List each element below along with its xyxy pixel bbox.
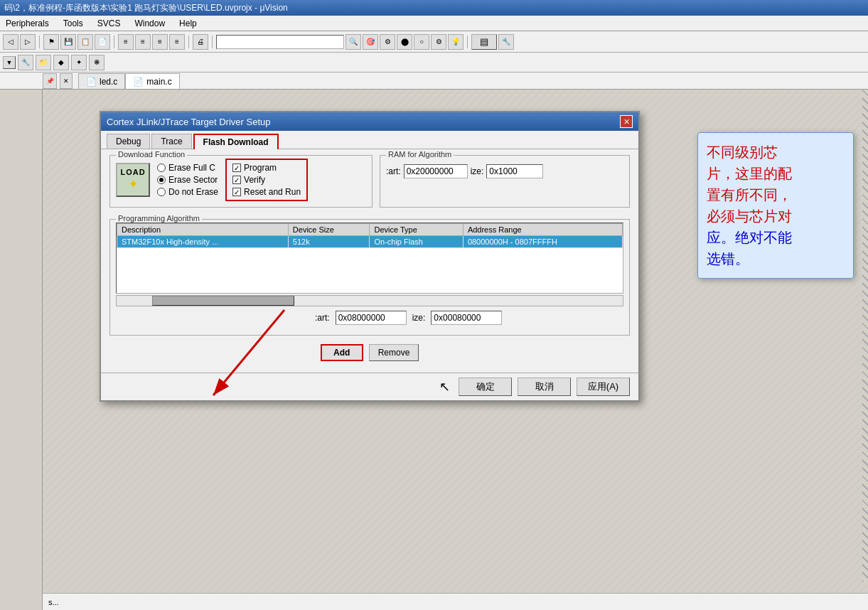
- menu-svcs[interactable]: SVCS: [95, 17, 124, 30]
- file-icon-led: 📄: [86, 77, 97, 87]
- tb-print-btn[interactable]: 🖨: [193, 34, 208, 50]
- tab-trace[interactable]: Trace: [151, 134, 191, 149]
- annotation-line1: 不同级别芯: [707, 141, 845, 163]
- tb-paste-btn[interactable]: 📄: [95, 34, 110, 50]
- tb-copy-btn[interactable]: 📋: [77, 34, 93, 50]
- prog-algorithm-label: Programming Algorithm: [116, 214, 202, 223]
- menu-peripherals[interactable]: Peripherals: [3, 17, 52, 30]
- tb-align3[interactable]: ≡: [152, 34, 168, 50]
- tb-flash-btn[interactable]: 💡: [448, 34, 464, 50]
- remove-button[interactable]: Remove: [369, 344, 419, 361]
- check-reset-run-label: Reset and Run: [244, 187, 301, 197]
- menu-window[interactable]: Window: [132, 17, 168, 30]
- bottom-size-input[interactable]: [431, 311, 502, 325]
- hscroll-thumb[interactable]: [152, 296, 294, 306]
- ram-start-row: :art: ize:: [386, 164, 623, 178]
- tb-settings-btn[interactable]: ⚙: [431, 34, 446, 50]
- search-input[interactable]: [216, 35, 344, 49]
- menu-help[interactable]: Help: [176, 17, 200, 30]
- dialog-title: Cortex JLink/JTrace Target Driver Setup: [107, 117, 270, 127]
- ram-start-input[interactable]: [404, 164, 468, 178]
- tb2-dropdown[interactable]: ▼: [3, 56, 16, 69]
- tb-debug-btn[interactable]: ⬤: [397, 34, 412, 50]
- annotation-line2: 片，这里的配: [707, 163, 845, 184]
- tb-circle1[interactable]: ○: [414, 34, 429, 50]
- tab-led-c[interactable]: 📄 led.c: [78, 73, 125, 89]
- prog-algorithm-table-scroll[interactable]: Description Device Size Device Type Addr…: [116, 223, 623, 294]
- bottom-fields: :art: ize:: [116, 311, 623, 325]
- tb-fwd-btn[interactable]: ▷: [20, 34, 36, 50]
- cancel-button[interactable]: 取消: [518, 378, 571, 396]
- radio-erase-sector[interactable]: Erase Sector: [157, 175, 218, 185]
- tab-flash-download[interactable]: Flash Download: [193, 134, 279, 149]
- check-verify[interactable]: Verify: [232, 175, 301, 185]
- check-reset-run-box: [232, 188, 241, 196]
- radio-erase-full[interactable]: Erase Full C: [157, 163, 218, 173]
- tb-view-btn[interactable]: ▤: [471, 34, 497, 50]
- pin-icon[interactable]: 📌: [43, 73, 57, 89]
- menu-bar: Peripherals Tools SVCS Window Help: [0, 16, 868, 31]
- download-function-group: Download Function LOAD ✦: [109, 155, 373, 208]
- table-row[interactable]: STM32F10x High-density ... 512k On-chip …: [117, 236, 623, 248]
- check-group-wrapper: Program Verify Reset and R: [225, 159, 308, 201]
- dialog: Cortex JLink/JTrace Target Driver Setup …: [100, 111, 640, 402]
- right-hatch: [862, 90, 868, 582]
- cursor-icon: ↖: [439, 379, 450, 395]
- hscroll[interactable]: [116, 295, 623, 306]
- ok-button[interactable]: 确定: [459, 378, 512, 396]
- dialog-title-bar: Cortex JLink/JTrace Target Driver Setup …: [101, 112, 638, 131]
- toolbar-1: ◁ ▷ ⚑ 💾 📋 📄 ≡ ≡ ≡ ≡ 🖨 🔍 🎯 ⚙ ⬤ ○ ⚙ 💡 ▤ 🔧: [0, 31, 868, 53]
- title-bar: 码\2，标准例程-库函数版本\实验1 跑马灯实验\USER\LED.uvproj…: [0, 0, 868, 16]
- row-address-range: 08000000H - 0807FFFFH: [463, 236, 622, 248]
- tab-debug[interactable]: Debug: [107, 134, 150, 149]
- bottom-start-input[interactable]: [336, 311, 407, 325]
- apply-button[interactable]: 应用(A): [577, 378, 630, 396]
- toolbar-2: ▼ 🔧 📁 ◆ ✦ ❋: [0, 53, 868, 73]
- tb-align1[interactable]: ≡: [118, 34, 134, 50]
- tb-align2[interactable]: ≡: [135, 34, 151, 50]
- tb2-btn3[interactable]: ◆: [53, 55, 69, 70]
- col-device-type: Device Type: [370, 224, 463, 236]
- tb-search-btn[interactable]: 🔍: [345, 34, 361, 50]
- dialog-tabs: Debug Trace Flash Download: [101, 131, 638, 149]
- tb2-btn2[interactable]: 📁: [36, 55, 51, 70]
- radio-group: Erase Full C Erase Sector Do not Erase: [157, 163, 218, 197]
- radio-do-not-erase[interactable]: Do not Erase: [157, 187, 218, 197]
- tb2-btn4[interactable]: ✦: [71, 55, 87, 70]
- tb-save-btn[interactable]: 💾: [60, 34, 76, 50]
- left-panel: [0, 90, 43, 610]
- tb-sep3: [188, 36, 189, 48]
- tb2-btn5[interactable]: ❋: [89, 55, 105, 70]
- radio-erase-full-circle: [157, 164, 166, 172]
- tb-flag-btn[interactable]: ⚑: [43, 34, 59, 50]
- tb-align4[interactable]: ≡: [169, 34, 185, 50]
- tb-target-btn[interactable]: 🎯: [363, 34, 378, 50]
- close-panel-btn[interactable]: ✕: [60, 73, 73, 89]
- dialog-bottom-buttons: ↖ 确定 取消 应用(A): [101, 373, 638, 400]
- load-icon: LOAD ✦: [116, 163, 150, 197]
- load-star: ✦: [128, 176, 139, 192]
- tb-build-btn[interactable]: ⚙: [380, 34, 395, 50]
- check-reset-run[interactable]: Reset and Run: [232, 187, 301, 197]
- tab-main-c[interactable]: 📄 main.c: [125, 73, 179, 89]
- tab-main-label: main.c: [146, 77, 171, 87]
- dialog-close-btn[interactable]: ✕: [620, 115, 633, 128]
- check-program-box: [232, 164, 241, 172]
- bottom-start-label: :art:: [315, 313, 330, 323]
- tb-wrench-btn[interactable]: 🔧: [498, 34, 514, 50]
- editor-area[interactable]: Cortex JLink/JTrace Target Driver Setup …: [43, 90, 868, 610]
- tb2-btn1[interactable]: 🔧: [18, 55, 33, 70]
- check-verify-box: [232, 176, 241, 184]
- tb-back-btn[interactable]: ◁: [3, 34, 18, 50]
- ram-group-content: :art: ize:: [386, 159, 623, 178]
- download-fn-content: LOAD ✦ Erase Full C: [116, 159, 366, 201]
- status-bar: s...: [43, 593, 868, 610]
- prog-algorithm-table: Description Device Size Device Type Addr…: [117, 223, 623, 248]
- add-button[interactable]: Add: [321, 344, 363, 361]
- annotation-line5: 应。绝对不能: [707, 227, 845, 248]
- prog-algorithm-group: Programming Algorithm Description Device…: [109, 219, 630, 336]
- menu-tools[interactable]: Tools: [60, 17, 86, 30]
- check-program[interactable]: Program: [232, 163, 301, 173]
- check-program-label: Program: [244, 163, 277, 173]
- ram-size-input[interactable]: [486, 164, 543, 178]
